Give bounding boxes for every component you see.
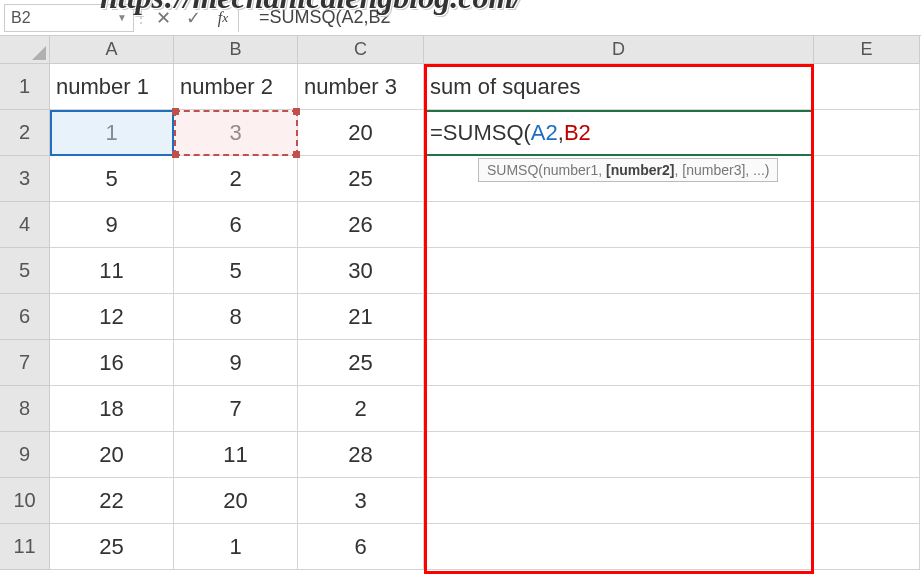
row-header[interactable]: 2 bbox=[0, 110, 50, 156]
cell[interactable] bbox=[814, 110, 920, 156]
cell[interactable] bbox=[814, 524, 920, 570]
cell[interactable]: 25 bbox=[50, 524, 174, 570]
formula-bar: B2 ▼ ⋮ ✕ ✓ fx =SUMSQ(A2,B2 bbox=[0, 0, 921, 36]
col-header-d[interactable]: D bbox=[424, 36, 814, 64]
cell[interactable] bbox=[424, 524, 814, 570]
cell[interactable]: 12 bbox=[50, 294, 174, 340]
select-all-corner[interactable] bbox=[0, 36, 50, 64]
cell[interactable] bbox=[814, 294, 920, 340]
cancel-button[interactable]: ✕ bbox=[148, 4, 178, 32]
cell[interactable] bbox=[424, 386, 814, 432]
cell[interactable]: 1 bbox=[50, 110, 174, 156]
cell[interactable]: number 1 bbox=[50, 64, 174, 110]
cell[interactable]: 11 bbox=[50, 248, 174, 294]
table-row: 9 6 26 bbox=[50, 202, 920, 248]
cell[interactable] bbox=[814, 340, 920, 386]
table-row: 25 1 6 bbox=[50, 524, 920, 570]
row-header[interactable]: 6 bbox=[0, 294, 50, 340]
cell[interactable]: 3 bbox=[174, 110, 298, 156]
cell[interactable] bbox=[814, 202, 920, 248]
table-row: 18 7 2 bbox=[50, 386, 920, 432]
cell[interactable] bbox=[424, 202, 814, 248]
table-row: 20 11 28 bbox=[50, 432, 920, 478]
cell[interactable]: 25 bbox=[298, 156, 424, 202]
table-row: 1 3 20 =SUMSQ(A2,B2 bbox=[50, 110, 920, 156]
col-header-e[interactable]: E bbox=[814, 36, 920, 64]
name-box[interactable]: B2 ▼ bbox=[4, 4, 134, 32]
cell[interactable]: 3 bbox=[298, 478, 424, 524]
cell[interactable]: 21 bbox=[298, 294, 424, 340]
row-header[interactable]: 10 bbox=[0, 478, 50, 524]
col-header-c[interactable]: C bbox=[298, 36, 424, 64]
row-header[interactable]: 9 bbox=[0, 432, 50, 478]
cell[interactable] bbox=[814, 156, 920, 202]
cell[interactable] bbox=[424, 432, 814, 478]
table-row: 12 8 21 bbox=[50, 294, 920, 340]
cell[interactable]: 22 bbox=[50, 478, 174, 524]
fx-button[interactable]: fx bbox=[208, 4, 238, 32]
cell[interactable]: 5 bbox=[174, 248, 298, 294]
cell[interactable] bbox=[424, 478, 814, 524]
cell[interactable] bbox=[814, 432, 920, 478]
cell[interactable]: 28 bbox=[298, 432, 424, 478]
cell[interactable]: sum of squares bbox=[424, 64, 814, 110]
cell[interactable]: 5 bbox=[50, 156, 174, 202]
cells: number 1 number 2 number 3 sum of square… bbox=[50, 64, 920, 570]
cell[interactable]: 7 bbox=[174, 386, 298, 432]
table-row: 22 20 3 bbox=[50, 478, 920, 524]
name-box-dropdown-icon[interactable]: ▼ bbox=[117, 12, 127, 23]
row-header[interactable]: 8 bbox=[0, 386, 50, 432]
cell[interactable] bbox=[814, 248, 920, 294]
cell[interactable]: 9 bbox=[174, 340, 298, 386]
cell[interactable] bbox=[424, 294, 814, 340]
separator: ⋮ bbox=[138, 4, 144, 32]
row-header[interactable]: 11 bbox=[0, 524, 50, 570]
cell[interactable] bbox=[814, 478, 920, 524]
cell[interactable]: 20 bbox=[50, 432, 174, 478]
table-row: 11 5 30 bbox=[50, 248, 920, 294]
cell[interactable]: 9 bbox=[50, 202, 174, 248]
cell[interactable] bbox=[424, 248, 814, 294]
cell[interactable]: 11 bbox=[174, 432, 298, 478]
formula-input[interactable]: =SUMSQ(A2,B2 bbox=[238, 4, 921, 32]
cell[interactable]: 6 bbox=[174, 202, 298, 248]
cell[interactable]: 2 bbox=[298, 386, 424, 432]
row-header[interactable]: 4 bbox=[0, 202, 50, 248]
cell[interactable] bbox=[424, 340, 814, 386]
cell[interactable]: 2 bbox=[174, 156, 298, 202]
formula-display: =SUMSQ(A2,B2 bbox=[430, 120, 591, 146]
row-headers: 1 2 3 4 5 6 7 8 9 10 11 bbox=[0, 64, 50, 570]
row-header[interactable]: 5 bbox=[0, 248, 50, 294]
cell[interactable]: 26 bbox=[298, 202, 424, 248]
col-header-b[interactable]: B bbox=[174, 36, 298, 64]
cell[interactable]: 25 bbox=[298, 340, 424, 386]
cell[interactable]: 1 bbox=[174, 524, 298, 570]
active-cell-d2[interactable]: =SUMSQ(A2,B2 bbox=[424, 110, 814, 156]
cell[interactable]: 8 bbox=[174, 294, 298, 340]
confirm-button[interactable]: ✓ bbox=[178, 4, 208, 32]
row-header[interactable]: 1 bbox=[0, 64, 50, 110]
cell[interactable]: 16 bbox=[50, 340, 174, 386]
row-header[interactable]: 3 bbox=[0, 156, 50, 202]
cell[interactable] bbox=[814, 386, 920, 432]
col-headers: A B C D E bbox=[50, 36, 920, 64]
cell[interactable] bbox=[424, 156, 814, 202]
cell[interactable]: 20 bbox=[298, 110, 424, 156]
table-row: number 1 number 2 number 3 sum of square… bbox=[50, 64, 920, 110]
row-header[interactable]: 7 bbox=[0, 340, 50, 386]
cell[interactable]: number 2 bbox=[174, 64, 298, 110]
cell[interactable]: number 3 bbox=[298, 64, 424, 110]
cell[interactable]: 6 bbox=[298, 524, 424, 570]
table-row: 16 9 25 bbox=[50, 340, 920, 386]
cell[interactable]: 18 bbox=[50, 386, 174, 432]
table-row: 5 2 25 bbox=[50, 156, 920, 202]
col-header-a[interactable]: A bbox=[50, 36, 174, 64]
cell[interactable]: 30 bbox=[298, 248, 424, 294]
cell[interactable]: 20 bbox=[174, 478, 298, 524]
formula-text: =SUMSQ(A2,B2 bbox=[259, 7, 391, 28]
cell[interactable] bbox=[814, 64, 920, 110]
name-box-value: B2 bbox=[11, 9, 31, 27]
